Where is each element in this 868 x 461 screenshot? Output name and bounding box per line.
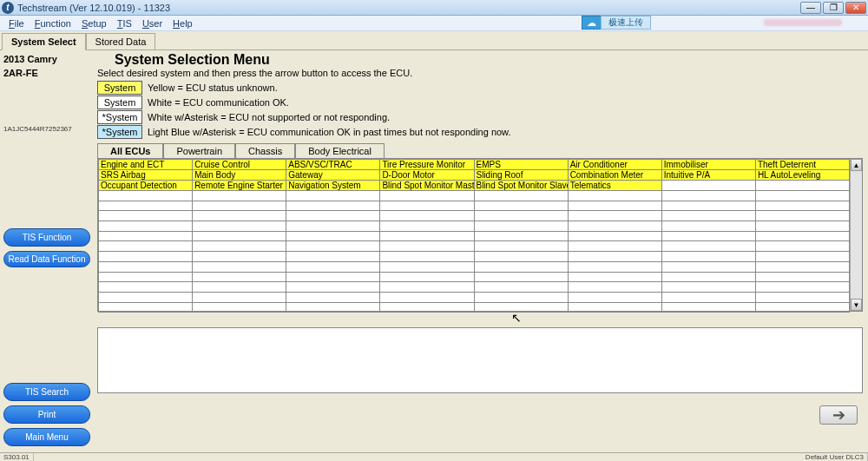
empty-cell <box>661 292 755 302</box>
menu-setup[interactable]: Setup <box>76 17 112 30</box>
empty-cell <box>380 211 474 221</box>
empty-cell <box>99 191 193 201</box>
ecu-cell[interactable]: Air Conditioner <box>568 160 661 170</box>
empty-cell <box>99 282 193 293</box>
legend-row: SystemYellow = ECU status unknown. <box>97 81 863 95</box>
empty-cell <box>474 252 568 262</box>
ecu-cell[interactable]: Sliding Roof <box>474 170 568 181</box>
read-data-function-button[interactable]: Read Data Function <box>3 251 90 267</box>
ecu-cell[interactable]: Tire Pressure Monitor <box>380 160 474 170</box>
empty-cell <box>661 181 755 191</box>
empty-cell <box>99 292 193 302</box>
ecu-cell[interactable]: Navigation System <box>286 181 380 191</box>
ecu-cell[interactable]: D-Door Motor <box>380 170 474 181</box>
menu-help[interactable]: Help <box>168 17 198 30</box>
ecu-cell[interactable]: Engine and ECT <box>99 160 193 170</box>
menu-bar: FileFunctionSetupTISUserHelp ☁ 极速上传 <box>0 16 868 31</box>
menu-tis[interactable]: TIS <box>112 17 137 30</box>
ecu-cell[interactable]: Gateway <box>286 170 380 181</box>
ecu-cell[interactable]: Immobiliser <box>661 160 755 170</box>
tab-system-select[interactable]: System Select <box>2 33 86 50</box>
minimize-button[interactable]: — <box>800 2 821 14</box>
empty-cell <box>193 241 286 252</box>
ecu-cell[interactable]: Occupant Detection <box>99 181 193 191</box>
empty-cell <box>380 302 474 313</box>
proceed-arrow-button[interactable]: ➔ <box>819 405 858 425</box>
empty-cell <box>99 241 193 252</box>
ecu-scrollbar[interactable]: ▲ ▼ <box>850 159 862 311</box>
empty-cell <box>99 211 193 221</box>
main-menu-button[interactable]: Main Menu <box>3 428 90 446</box>
empty-cell <box>474 221 568 232</box>
empty-cell <box>661 201 755 211</box>
ecu-cell[interactable]: Remote Engine Starter <box>193 181 286 191</box>
scroll-track[interactable] <box>851 171 862 299</box>
scroll-up-icon[interactable]: ▲ <box>851 159 862 171</box>
ecu-grid: Engine and ECTCruise ControlABS/VSC/TRAC… <box>98 159 850 313</box>
cloud-icon: ☁ <box>582 16 601 30</box>
empty-cell <box>193 231 286 241</box>
empty-cell <box>286 302 380 313</box>
empty-cell <box>474 241 568 252</box>
empty-cell <box>755 201 849 211</box>
legend-box: *System <box>97 110 142 124</box>
empty-cell <box>474 231 568 241</box>
legend-box: *System <box>97 125 142 139</box>
ecu-cell[interactable]: Blind Spot Monitor Slave <box>474 181 568 191</box>
ecu-cell[interactable]: Telematics <box>568 181 661 191</box>
menu-user[interactable]: User <box>137 17 168 30</box>
workspace: 2013 Camry 2AR-FE 1A1JC5444R7252367 TIS … <box>0 50 868 452</box>
legend-row: *SystemLight Blue w/Asterisk = ECU commu… <box>97 125 863 139</box>
legend-desc: White = ECU communication OK. <box>148 97 289 108</box>
empty-cell <box>380 201 474 211</box>
empty-cell <box>661 282 755 293</box>
empty-cell <box>99 302 193 313</box>
menu-file[interactable]: File <box>3 17 30 30</box>
legend-desc: White w/Asterisk = ECU not supported or … <box>148 112 390 122</box>
empty-cell <box>286 201 380 211</box>
empty-cell <box>380 252 474 262</box>
ecu-cell[interactable]: Theft Deterrent <box>755 160 849 170</box>
legend-desc: Light Blue w/Asterisk = ECU communicatio… <box>148 127 511 137</box>
close-button[interactable]: ✕ <box>845 2 866 14</box>
empty-cell <box>568 221 661 232</box>
legend-desc: Yellow = ECU status unknown. <box>148 82 278 93</box>
empty-cell <box>661 252 755 262</box>
empty-cell <box>99 231 193 241</box>
empty-cell <box>193 221 286 232</box>
empty-cell <box>193 292 286 302</box>
subtab-body-electrical[interactable]: Body Electrical <box>295 143 385 158</box>
ecu-cell[interactable]: HL AutoLeveling <box>755 170 849 181</box>
empty-cell <box>661 261 755 272</box>
ecu-cell[interactable]: SRS Airbag <box>99 170 193 181</box>
title-bar: t Techstream (Ver 12.10.019) - 11323 — ❐… <box>0 0 868 16</box>
decorative-smudge <box>764 19 842 26</box>
empty-cell <box>755 241 849 252</box>
empty-cell <box>755 252 849 262</box>
ecu-cell[interactable]: ABS/VSC/TRAC <box>286 160 380 170</box>
subtab-chassis[interactable]: Chassis <box>235 143 295 158</box>
tis-search-button[interactable]: TIS Search <box>3 383 90 401</box>
menu-function[interactable]: Function <box>30 17 76 30</box>
upload-gadget[interactable]: ☁ 极速上传 <box>582 16 651 30</box>
maximize-button[interactable]: ❐ <box>823 2 844 14</box>
ecu-cell[interactable]: EMPS <box>474 160 568 170</box>
empty-cell <box>755 292 849 302</box>
subtab-powertrain[interactable]: Powertrain <box>163 143 235 158</box>
subtab-all-ecus[interactable]: All ECUs <box>97 143 163 158</box>
empty-cell <box>474 282 568 293</box>
scroll-down-icon[interactable]: ▼ <box>851 299 862 311</box>
ecu-cell[interactable]: Cruise Control <box>193 160 286 170</box>
ecu-cell[interactable]: Main Body <box>193 170 286 181</box>
status-bar: S303.01 Default User DLC3 <box>0 452 868 461</box>
tab-stored-data[interactable]: Stored Data <box>86 33 156 49</box>
ecu-cell[interactable]: Blind Spot Monitor Master <box>380 181 474 191</box>
ecu-cell[interactable]: Intuitive P/A <box>661 170 755 181</box>
empty-cell <box>380 241 474 252</box>
ecu-cell[interactable]: Combination Meter <box>568 170 661 181</box>
ecu-grid-wrap: Engine and ECTCruise ControlABS/VSC/TRAC… <box>97 159 863 312</box>
empty-cell <box>380 231 474 241</box>
print-button[interactable]: Print <box>3 405 90 424</box>
empty-cell <box>193 191 286 201</box>
tis-function-button[interactable]: TIS Function <box>3 228 90 247</box>
